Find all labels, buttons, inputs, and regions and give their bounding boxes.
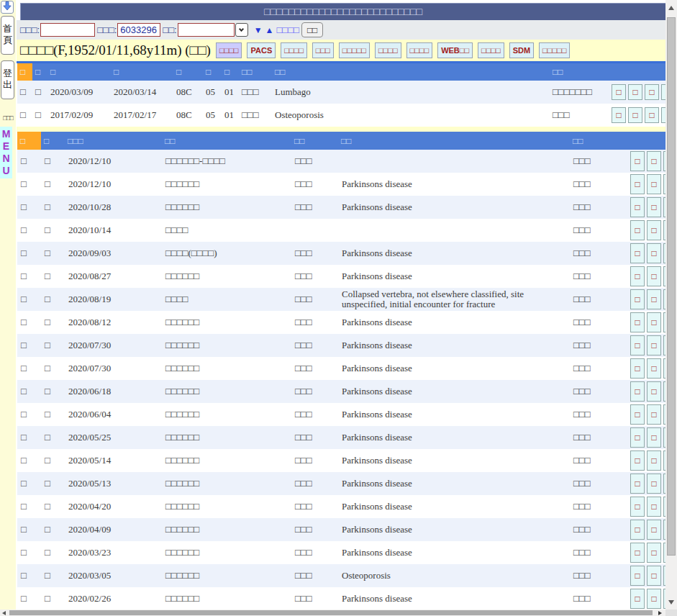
row-action-button[interactable]: □ — [630, 381, 645, 402]
row-action-button[interactable]: □ — [630, 174, 645, 194]
row-action-button[interactable]: □ — [630, 474, 645, 494]
row-mark-2[interactable]: □ — [41, 294, 65, 304]
row-action-button[interactable]: □ — [647, 450, 661, 471]
row-mark-2[interactable]: □ — [41, 548, 65, 558]
row-action-button[interactable]: □ — [630, 358, 645, 379]
row-action-button[interactable]: □ — [630, 427, 645, 448]
row-action-button[interactable]: □ — [647, 243, 661, 263]
row-mark-1[interactable]: □ — [17, 340, 41, 350]
row-action-button[interactable]: □ — [647, 566, 661, 586]
horizontal-scrollbar[interactable] — [0, 610, 665, 616]
patient-action-button[interactable]: □□□□ — [478, 42, 504, 58]
row-action-button[interactable]: □ — [630, 404, 645, 425]
row-action-button[interactable]: □ — [647, 312, 661, 332]
row-action-button[interactable]: □ — [647, 427, 661, 448]
row-mark-1[interactable]: □ — [17, 248, 41, 258]
row-mark-2[interactable]: □ — [41, 409, 65, 420]
row-action-button[interactable]: □ — [647, 266, 661, 286]
row-mark-2[interactable]: □ — [41, 386, 65, 397]
patient-action-button[interactable]: □□□□ — [375, 42, 401, 58]
row-action-button[interactable]: □ — [647, 358, 661, 379]
row-mark-1[interactable]: □ — [17, 202, 41, 212]
row-action-button[interactable]: □ — [630, 589, 645, 609]
scroll-up-button[interactable] — [665, 2, 677, 14]
patient-action-button[interactable]: □□□□□ — [339, 42, 370, 58]
row-mark-2[interactable]: □ — [41, 317, 65, 327]
row-mark-2[interactable]: □ — [41, 525, 65, 535]
sidebar-menu-toggle[interactable]: MENU — [0, 127, 12, 178]
row-action-button[interactable]: □ — [647, 520, 661, 540]
row-action-button[interactable]: □ — [647, 220, 661, 240]
row-mark-2[interactable]: □ — [41, 502, 65, 512]
row-mark-2[interactable]: □ — [41, 271, 65, 281]
row-mark-2[interactable]: □ — [41, 594, 65, 604]
row-mark-1[interactable]: □ — [17, 110, 32, 120]
row-action-button[interactable]: □ — [628, 84, 642, 100]
field3-select[interactable] — [178, 23, 248, 37]
row-mark-2[interactable]: □ — [41, 456, 65, 466]
row-action-button[interactable]: □ — [630, 450, 645, 471]
sort-descending-button[interactable]: ▼ — [254, 25, 263, 35]
field1-input[interactable] — [40, 23, 95, 37]
row-action-button[interactable]: □ — [628, 107, 642, 123]
patient-action-button[interactable]: □□□ — [312, 42, 334, 58]
row-action-button[interactable]: □ — [630, 566, 645, 586]
scroll-right-button[interactable] — [655, 610, 664, 616]
row-mark-1[interactable]: □ — [17, 525, 41, 535]
row-mark-1[interactable]: □ — [17, 317, 41, 327]
row-action-button[interactable]: □ — [645, 107, 659, 123]
row-mark-2[interactable]: □ — [41, 571, 65, 581]
patient-action-button[interactable]: WEB□□ — [437, 42, 473, 58]
row-action-button[interactable]: □ — [630, 197, 645, 217]
row-mark-2[interactable]: □ — [41, 248, 65, 258]
row-action-button[interactable]: □ — [647, 335, 661, 355]
row-action-button[interactable]: □ — [630, 220, 645, 240]
row-mark-1[interactable]: □ — [17, 432, 41, 443]
row-mark-1[interactable]: □ — [17, 294, 41, 304]
search-bar-link[interactable]: □□□□ — [276, 24, 299, 35]
row-mark-1[interactable]: □ — [17, 156, 41, 166]
row-action-button[interactable]: □ — [647, 404, 661, 425]
row-action-button[interactable]: □ — [630, 497, 645, 517]
row-action-button[interactable]: □ — [630, 335, 645, 355]
row-mark-1[interactable]: □ — [17, 271, 41, 281]
row-action-button[interactable]: □ — [647, 151, 661, 171]
row-action-button[interactable]: □ — [647, 543, 661, 563]
row-mark-1[interactable]: □ — [17, 386, 41, 397]
row-mark-2[interactable]: □ — [32, 87, 47, 97]
query-button[interactable]: □□ — [301, 22, 324, 37]
row-action-button[interactable]: □ — [630, 243, 645, 263]
row-mark-2[interactable]: □ — [41, 432, 65, 443]
row-action-button[interactable]: □ — [645, 84, 659, 100]
patient-action-button[interactable]: □□□□□ — [539, 42, 570, 58]
row-action-button[interactable]: □ — [630, 266, 645, 286]
sort-ascending-button[interactable]: ▲ — [265, 25, 274, 35]
row-action-button[interactable]: □ — [612, 107, 626, 123]
row-action-button[interactable]: □ — [612, 84, 626, 100]
scroll-down-button[interactable] — [665, 597, 677, 608]
patient-action-button[interactable]: □□□□ — [281, 42, 307, 58]
row-action-button[interactable]: □ — [630, 312, 645, 332]
row-mark-2[interactable]: □ — [41, 479, 65, 489]
row-mark-1[interactable]: □ — [17, 225, 41, 235]
row-mark-1[interactable]: □ — [17, 479, 41, 489]
row-mark-1[interactable]: □ — [17, 456, 41, 466]
row-action-button[interactable]: □ — [647, 174, 661, 194]
row-action-button[interactable]: □ — [647, 381, 661, 402]
row-action-button[interactable]: □ — [630, 520, 645, 540]
row-mark-1[interactable]: □ — [17, 571, 41, 581]
row-action-button[interactable]: □ — [647, 289, 661, 309]
row-mark-1[interactable]: □ — [17, 363, 41, 373]
vertical-scrollbar[interactable] — [665, 0, 677, 610]
row-action-button[interactable]: □ — [630, 543, 645, 563]
row-mark-1[interactable]: □ — [17, 87, 32, 97]
row-mark-1[interactable]: □ — [17, 502, 41, 512]
row-action-button[interactable]: □ — [647, 474, 661, 494]
row-action-button[interactable]: □ — [647, 589, 661, 609]
vertical-scroll-thumb[interactable] — [667, 17, 676, 556]
row-mark-2[interactable]: □ — [32, 110, 47, 120]
patient-action-button[interactable]: □□□□ — [406, 42, 433, 58]
patient-action-button[interactable]: SDM — [509, 42, 534, 58]
collapse-sidebar-button[interactable] — [1, 1, 14, 14]
row-mark-2[interactable]: □ — [41, 156, 65, 166]
